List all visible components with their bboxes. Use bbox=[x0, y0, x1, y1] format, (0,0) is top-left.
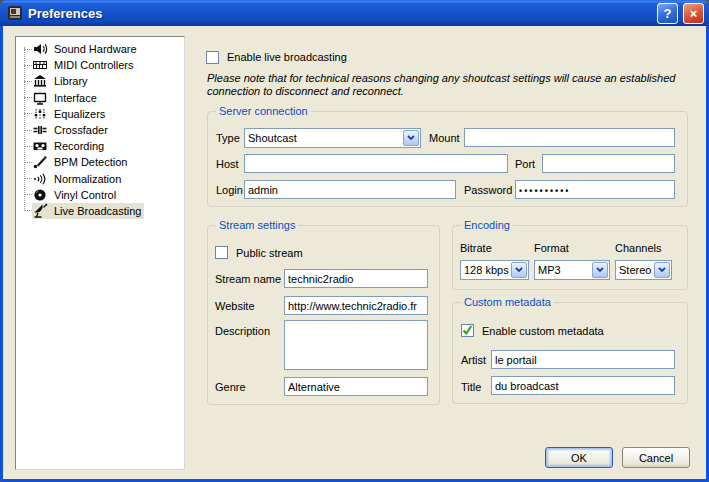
genre-field[interactable] bbox=[284, 377, 428, 396]
login-label: Login bbox=[216, 184, 243, 196]
window-title: Preferences bbox=[28, 6, 652, 21]
type-label: Type bbox=[216, 132, 240, 144]
mount-field[interactable] bbox=[464, 128, 675, 147]
speaker-icon bbox=[32, 41, 48, 57]
sidebar-item-label: Crossfader bbox=[54, 124, 108, 136]
chevron-down-icon[interactable] bbox=[654, 262, 670, 278]
stream-settings-title: Stream settings bbox=[216, 219, 298, 231]
sidebar-item-library[interactable]: Library bbox=[20, 73, 184, 89]
website-field[interactable] bbox=[284, 296, 428, 315]
stream-name-field[interactable] bbox=[284, 269, 428, 288]
port-field[interactable] bbox=[542, 154, 675, 173]
login-field[interactable] bbox=[244, 180, 456, 199]
custom-metadata-title: Custom metadata bbox=[461, 296, 554, 308]
public-stream-label: Public stream bbox=[236, 247, 303, 259]
enable-broadcasting-checkbox[interactable] bbox=[206, 51, 219, 64]
type-combobox[interactable]: Shoutcast bbox=[244, 128, 421, 148]
password-field[interactable] bbox=[515, 180, 675, 199]
custom-metadata-group: Custom metadata Enable custom metadata A… bbox=[452, 302, 688, 404]
sidebar-item-label: BPM Detection bbox=[54, 156, 127, 168]
soundwave-icon bbox=[32, 171, 48, 187]
port-label: Port bbox=[515, 158, 535, 170]
ok-button[interactable]: OK bbox=[545, 447, 613, 468]
sidebar-item-label: Vinyl Control bbox=[54, 189, 116, 201]
enable-custom-metadata-checkbox[interactable] bbox=[461, 324, 474, 337]
selected-highlight: Live Broadcasting bbox=[32, 203, 144, 219]
sidebar-item-label: Recording bbox=[54, 140, 104, 152]
cassette-icon bbox=[32, 138, 48, 154]
encoding-group: Encoding Bitrate Format Channels 128 kbp… bbox=[452, 225, 688, 290]
host-label: Host bbox=[216, 158, 239, 170]
bitrate-combobox[interactable]: 128 kbps bbox=[460, 260, 529, 280]
monitor-icon bbox=[32, 90, 48, 106]
preferences-window: Preferences ? × Sound Hardware bbox=[0, 0, 709, 482]
satellite-dish-icon bbox=[32, 203, 48, 219]
chevron-down-icon[interactable] bbox=[592, 262, 608, 278]
format-combobox[interactable]: MP3 bbox=[534, 260, 610, 280]
vinyl-icon bbox=[32, 187, 48, 203]
stream-name-label: Stream name bbox=[215, 273, 281, 285]
midi-keyboard-icon bbox=[32, 57, 48, 73]
library-icon bbox=[32, 73, 48, 89]
sidebar-item-midi-controllers[interactable]: MIDI Controllers bbox=[20, 57, 184, 73]
titlebar: Preferences ? × bbox=[0, 0, 709, 26]
password-label: Password bbox=[464, 184, 512, 196]
chevron-down-icon[interactable] bbox=[403, 130, 419, 146]
category-list: Sound Hardware MIDI Controllers bbox=[15, 36, 185, 470]
shoutcast-note: Please note that for technical reasons c… bbox=[207, 72, 685, 98]
host-field[interactable] bbox=[244, 154, 508, 173]
close-button[interactable]: × bbox=[683, 3, 704, 24]
crossfader-icon bbox=[32, 122, 48, 138]
description-field[interactable] bbox=[284, 320, 428, 370]
help-button[interactable]: ? bbox=[657, 3, 678, 24]
sidebar-item-sound-hardware[interactable]: Sound Hardware bbox=[20, 41, 184, 57]
sidebar-item-crossfader[interactable]: Crossfader bbox=[20, 122, 184, 138]
sidebar-item-label: Equalizers bbox=[54, 108, 105, 120]
format-label: Format bbox=[534, 242, 569, 254]
channels-label: Channels bbox=[615, 242, 661, 254]
dialog-content: Sound Hardware MIDI Controllers bbox=[3, 26, 706, 479]
sidebar-item-label: Library bbox=[54, 75, 88, 87]
sidebar-item-recording[interactable]: Recording bbox=[20, 138, 184, 154]
sidebar-item-label: Interface bbox=[54, 92, 97, 104]
encoding-title: Encoding bbox=[461, 219, 513, 231]
sidebar-item-label: Normalization bbox=[54, 173, 121, 185]
sidebar-item-bpm-detection[interactable]: BPM Detection bbox=[20, 154, 184, 170]
title-field[interactable] bbox=[491, 376, 675, 395]
sidebar-item-vinyl-control[interactable]: Vinyl Control bbox=[20, 187, 184, 203]
sidebar-item-normalization[interactable]: Normalization bbox=[20, 171, 184, 187]
genre-label: Genre bbox=[215, 381, 246, 393]
channels-combobox[interactable]: Stereo bbox=[615, 260, 672, 280]
bitrate-label: Bitrate bbox=[460, 242, 492, 254]
sidebar-item-label: Sound Hardware bbox=[54, 43, 137, 55]
sidebar-item-interface[interactable]: Interface bbox=[20, 90, 184, 106]
equalizer-icon bbox=[32, 106, 48, 122]
public-stream-checkbox[interactable] bbox=[215, 246, 228, 259]
server-connection-title: Server connection bbox=[216, 105, 311, 117]
artist-field[interactable] bbox=[491, 350, 675, 369]
sidebar-item-equalizers[interactable]: Equalizers bbox=[20, 106, 184, 122]
mount-label: Mount bbox=[429, 132, 460, 144]
sidebar-item-label: MIDI Controllers bbox=[54, 59, 133, 71]
website-label: Website bbox=[215, 300, 255, 312]
title-label: Title bbox=[461, 381, 481, 393]
enable-broadcasting-label: Enable live broadcasting bbox=[227, 51, 347, 63]
enable-custom-metadata-label: Enable custom metadata bbox=[482, 325, 604, 337]
app-icon bbox=[7, 5, 23, 21]
sidebar-item-label: Live Broadcasting bbox=[54, 205, 141, 217]
cancel-button[interactable]: Cancel bbox=[622, 447, 690, 468]
bpm-pen-icon bbox=[32, 154, 48, 170]
artist-label: Artist bbox=[461, 354, 486, 366]
description-label: Description bbox=[215, 325, 270, 337]
stream-settings-group: Stream settings Public stream Stream nam… bbox=[207, 225, 440, 405]
sidebar-item-live-broadcasting[interactable]: Live Broadcasting bbox=[20, 203, 184, 219]
chevron-down-icon[interactable] bbox=[511, 262, 527, 278]
server-connection-group: Server connection Type Shoutcast Mount H… bbox=[207, 111, 688, 207]
